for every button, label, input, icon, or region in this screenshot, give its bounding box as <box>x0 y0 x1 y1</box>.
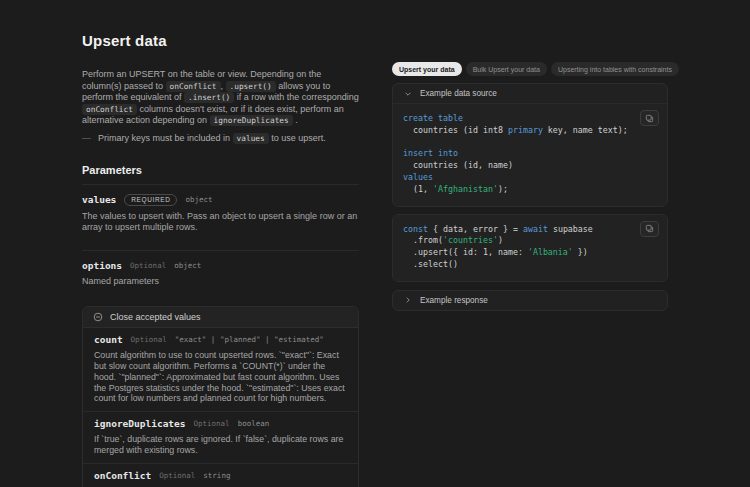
optional-label: Optional <box>131 335 167 344</box>
param-type: object <box>174 261 201 270</box>
inline-code: .insert() <box>184 92 234 103</box>
accepted-values-toggle[interactable]: Close accepted values <box>83 307 358 328</box>
js-code-panel: const { data, error } = await supabase .… <box>392 214 668 282</box>
accepted-values-panel: Close accepted values count Optional "ex… <box>82 306 359 487</box>
param-name: options <box>82 260 122 271</box>
inline-code: ignoreDuplicates <box>210 115 293 126</box>
accepted-values-toggle-label: Close accepted values <box>110 312 201 322</box>
tab-bulk-upsert-your-data[interactable]: Bulk Upsert your data <box>466 62 547 76</box>
optional-label: Optional <box>194 419 230 428</box>
chevron-right-icon <box>404 296 412 304</box>
accepted-param-type: "exact" | "planned" | "estimated" <box>175 335 324 344</box>
chevron-down-icon <box>404 90 412 98</box>
dash-bullet: — <box>82 133 91 145</box>
example-data-source-header[interactable]: Example data source <box>393 84 667 103</box>
accepted-param-type: string <box>203 471 230 480</box>
example-data-source-accordion: Example data source create table countri… <box>392 83 668 207</box>
param-description: Named parameters <box>82 276 359 287</box>
accepted-param-onconflict: onConflict Optional string Comma-separat… <box>83 464 358 487</box>
accordion-label: Example response <box>420 296 488 305</box>
sql-code-block: create table countries (id int8 primary … <box>393 103 667 206</box>
code-line: .upsert({ id: 1, name: 'Albania' }) <box>403 247 657 259</box>
param-row: count Optional "exact" | "planned" | "es… <box>94 334 347 345</box>
accepted-param-name: onConflict <box>94 470 151 481</box>
accordion-label: Example data source <box>420 89 497 98</box>
accepted-param-count: count Optional "exact" | "planned" | "es… <box>83 328 358 412</box>
copy-icon <box>645 224 654 233</box>
param-row: ignoreDuplicates Optional boolean <box>94 418 347 429</box>
code-line <box>403 137 657 149</box>
param-row: onConflict Optional string <box>94 470 347 481</box>
example-response-header[interactable]: Example response <box>393 291 667 310</box>
param-options: options Optional object Named parameters <box>82 251 359 296</box>
param-type: object <box>185 195 212 204</box>
inline-code: values <box>233 133 269 144</box>
code-line: .from('countries') <box>403 235 657 247</box>
circle-minus-icon <box>93 312 103 322</box>
optional-label: Optional <box>159 471 195 480</box>
example-tabs: Upsert your data Bulk Upsert your data U… <box>392 62 668 76</box>
copy-icon <box>645 114 654 123</box>
copy-button[interactable] <box>640 221 659 237</box>
accepted-param-description: If `true`, duplicate rows are ignored. I… <box>94 434 347 456</box>
page-title: Upsert data <box>82 32 359 49</box>
code-line: insert into <box>403 148 657 160</box>
note-text: Primary keys must be included in values … <box>98 133 326 145</box>
js-code: const { data, error } = await supabase .… <box>403 224 657 271</box>
code-line: create table <box>403 113 657 125</box>
example-response-accordion: Example response <box>392 290 668 311</box>
inline-code: onConflict <box>82 104 137 115</box>
accepted-param-type: boolean <box>238 419 270 428</box>
accepted-param-name: ignoreDuplicates <box>94 418 186 429</box>
inline-code: onConflict <box>166 81 221 92</box>
code-line: countries (id, name) <box>403 160 657 172</box>
code-line: countries (id int8 primary key, name tex… <box>403 125 657 137</box>
note: — Primary keys must be included in value… <box>82 133 359 145</box>
tab-upsert-your-data[interactable]: Upsert your data <box>392 62 462 76</box>
inline-code: .upsert() <box>226 81 276 92</box>
sql-code: create table countries (id int8 primary … <box>403 113 657 196</box>
code-line: values <box>403 172 657 184</box>
param-description: The values to upsert with. Pass an objec… <box>82 211 359 233</box>
param-row: values REQUIRED object <box>82 194 359 206</box>
intro-paragraph: Perform an UPSERT on the table or view. … <box>82 69 359 127</box>
code-line: (1, 'Afghanistan'); <box>403 184 657 196</box>
param-values: values REQUIRED object The values to ups… <box>82 185 359 242</box>
required-badge: REQUIRED <box>124 194 177 206</box>
copy-button[interactable] <box>640 110 659 126</box>
param-name: values <box>82 194 116 205</box>
docs-page: Upsert data Perform an UPSERT on the tab… <box>0 0 750 487</box>
optional-label: Optional <box>130 261 166 270</box>
left-column: Upsert data Perform an UPSERT on the tab… <box>82 32 359 487</box>
right-column: Upsert your data Bulk Upsert your data U… <box>392 62 668 311</box>
accepted-param-ignoreduplicates: ignoreDuplicates Optional boolean If `tr… <box>83 412 358 464</box>
js-code-block: const { data, error } = await supabase .… <box>393 215 667 281</box>
accepted-param-name: count <box>94 334 123 345</box>
code-line: .select() <box>403 259 657 271</box>
parameters-heading: Parameters <box>82 164 359 176</box>
code-line: const { data, error } = await supabase <box>403 224 657 236</box>
tab-upserting-with-constraints[interactable]: Upserting into tables with constraints <box>551 62 679 76</box>
accepted-param-description: Count algorithm to use to count upserted… <box>94 350 347 404</box>
param-row: options Optional object <box>82 260 359 271</box>
